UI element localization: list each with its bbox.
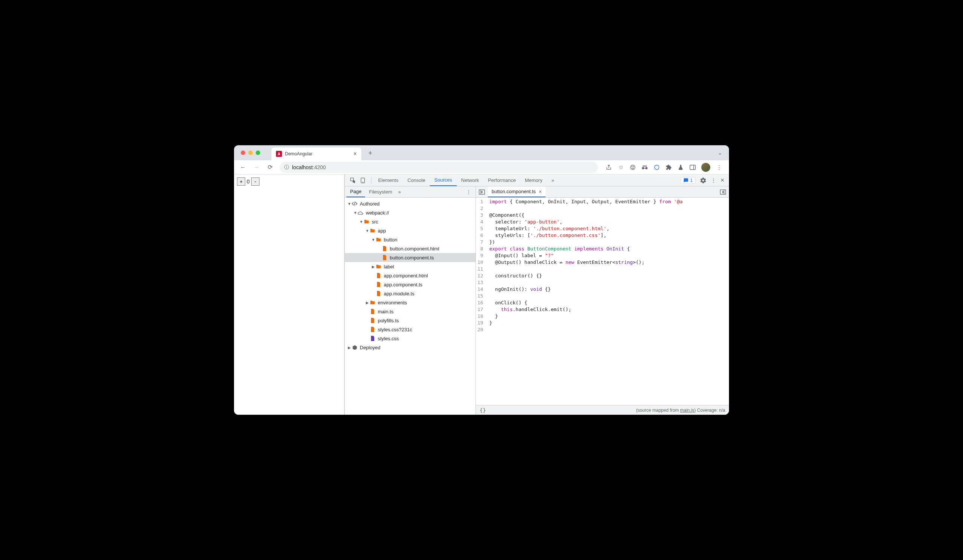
pretty-print-button[interactable]: {} bbox=[480, 407, 486, 413]
editor-tab-active[interactable]: button.component.ts × bbox=[488, 186, 546, 197]
file-icon bbox=[370, 309, 376, 314]
site-info-icon[interactable]: ⓘ bbox=[284, 164, 289, 171]
source-map-link[interactable]: main.js bbox=[680, 408, 694, 413]
tree-button-folder[interactable]: ▼button bbox=[345, 235, 475, 244]
nav-more-tabs[interactable]: » bbox=[398, 189, 401, 195]
nav-tab-filesystem[interactable]: Filesystem bbox=[365, 186, 396, 197]
file-icon bbox=[370, 327, 376, 332]
url-text: localhost:4200 bbox=[292, 164, 326, 170]
tree-app-html[interactable]: app.component.html bbox=[345, 271, 475, 280]
tree-app-ts[interactable]: app.component.ts bbox=[345, 280, 475, 289]
file-icon bbox=[381, 255, 387, 260]
browser-menu-button[interactable]: ⋮ bbox=[715, 164, 722, 171]
close-devtools-button[interactable]: ✕ bbox=[720, 177, 725, 183]
incognito-icon[interactable] bbox=[641, 164, 648, 171]
tab-network[interactable]: Network bbox=[457, 175, 484, 186]
code-editor[interactable]: 1234567891011121314151617181920 import {… bbox=[476, 197, 729, 405]
folder-icon bbox=[376, 264, 381, 269]
close-tab-button[interactable]: × bbox=[353, 151, 357, 157]
side-panel-icon[interactable] bbox=[689, 164, 696, 171]
tree-label-folder[interactable]: ▶label bbox=[345, 262, 475, 271]
window-controls bbox=[237, 151, 264, 155]
tab-memory[interactable]: Memory bbox=[520, 175, 547, 186]
decrement-button[interactable]: - bbox=[251, 177, 259, 186]
extension-3-icon[interactable] bbox=[653, 164, 660, 171]
browser-window: A DemoAngular × + ⌄ ← → ⟳ ⓘ localhost:42… bbox=[234, 145, 729, 415]
settings-icon[interactable] bbox=[700, 177, 707, 184]
toggle-debugger-button[interactable] bbox=[717, 189, 729, 195]
content-area: + 0 - Elements Console Sources Network P… bbox=[234, 175, 729, 415]
bookmark-icon[interactable]: ☆ bbox=[618, 164, 624, 171]
tabs-menu-button[interactable]: ⌄ bbox=[718, 150, 722, 156]
line-gutter: 1234567891011121314151617181920 bbox=[476, 197, 486, 405]
tab-bar: A DemoAngular × + ⌄ bbox=[234, 145, 729, 160]
close-window-button[interactable] bbox=[241, 151, 245, 155]
maximize-window-button[interactable] bbox=[256, 151, 260, 155]
tab-console[interactable]: Console bbox=[403, 175, 430, 186]
minimize-window-button[interactable] bbox=[248, 151, 253, 155]
tree-authored[interactable]: ▼Authored bbox=[345, 199, 475, 208]
folder-icon bbox=[370, 228, 376, 233]
svg-point-1 bbox=[632, 167, 632, 167]
tab-sources[interactable]: Sources bbox=[430, 175, 457, 186]
counter-widget: + 0 - bbox=[237, 177, 341, 186]
editor-tab-label: button.component.ts bbox=[491, 189, 536, 194]
svg-rect-7 bbox=[690, 165, 696, 170]
file-icon bbox=[381, 246, 387, 251]
folder-icon bbox=[363, 219, 370, 224]
svg-point-0 bbox=[631, 165, 635, 170]
more-tabs-button[interactable]: » bbox=[547, 175, 559, 186]
back-button[interactable]: ← bbox=[237, 161, 249, 173]
profile-avatar[interactable] bbox=[701, 163, 710, 172]
editor: button.component.ts × 123456789101112131… bbox=[476, 186, 729, 415]
deployed-icon bbox=[352, 345, 358, 350]
toolbar: ← → ⟳ ⓘ localhost:4200 ☆ ⋮ bbox=[234, 160, 729, 175]
editor-status-bar: {} (source mapped from main.js) Coverage… bbox=[476, 405, 729, 415]
inspect-element-icon[interactable] bbox=[350, 177, 356, 183]
sources-panel: Page Filesystem » ⋮ ▼Authored ▼webpack:/… bbox=[345, 186, 729, 415]
folder-icon bbox=[370, 300, 376, 305]
svg-rect-5 bbox=[644, 168, 646, 168]
address-bar[interactable]: ⓘ localhost:4200 bbox=[280, 162, 598, 173]
nav-tab-page[interactable]: Page bbox=[346, 186, 365, 197]
navigator-tabs: Page Filesystem » ⋮ bbox=[345, 186, 475, 197]
cloud-icon bbox=[358, 210, 363, 215]
status-text: (source mapped from main.js) Coverage: n… bbox=[636, 408, 725, 413]
tree-polyfills[interactable]: polyfills.ts bbox=[345, 316, 475, 325]
tree-app[interactable]: ▼app bbox=[345, 226, 475, 235]
tab-performance[interactable]: Performance bbox=[483, 175, 520, 186]
reload-button[interactable]: ⟳ bbox=[264, 161, 276, 173]
forward-button[interactable]: → bbox=[250, 161, 263, 173]
issues-button[interactable]: 1 bbox=[681, 177, 695, 184]
device-mode-icon[interactable] bbox=[360, 177, 366, 183]
tree-styles[interactable]: styles.css bbox=[345, 334, 475, 343]
file-icon bbox=[370, 336, 376, 341]
file-tree: ▼Authored ▼webpack:// ▼src ▼app ▼button … bbox=[345, 197, 475, 415]
extensions-icon[interactable] bbox=[665, 164, 672, 171]
tree-styles-q[interactable]: styles.css?231c bbox=[345, 325, 475, 334]
devtools: Elements Console Sources Network Perform… bbox=[344, 175, 729, 415]
code-icon bbox=[352, 201, 358, 206]
tree-button-ts[interactable]: button.component.ts bbox=[345, 253, 475, 262]
new-tab-button[interactable]: + bbox=[365, 148, 376, 159]
tab-elements[interactable]: Elements bbox=[374, 175, 403, 186]
tree-src[interactable]: ▼src bbox=[345, 217, 475, 226]
angular-favicon: A bbox=[276, 151, 282, 157]
share-icon[interactable] bbox=[605, 164, 612, 171]
tree-deployed[interactable]: ▶Deployed bbox=[345, 343, 475, 352]
increment-button[interactable]: + bbox=[237, 177, 245, 186]
toggle-navigator-button[interactable] bbox=[476, 189, 488, 195]
svg-point-6 bbox=[655, 165, 659, 170]
browser-tab[interactable]: A DemoAngular × bbox=[271, 147, 361, 160]
nav-menu-button[interactable]: ⋮ bbox=[463, 189, 474, 195]
tree-button-html[interactable]: button.component.html bbox=[345, 244, 475, 253]
close-editor-tab-button[interactable]: × bbox=[539, 189, 542, 195]
devtools-menu-button[interactable]: ⋮ bbox=[711, 177, 716, 183]
tree-webpack[interactable]: ▼webpack:// bbox=[345, 208, 475, 217]
tree-environments[interactable]: ▶environments bbox=[345, 298, 475, 307]
editor-tabs: button.component.ts × bbox=[476, 186, 729, 197]
labs-icon[interactable] bbox=[677, 164, 684, 171]
tree-app-module[interactable]: app.module.ts bbox=[345, 289, 475, 298]
tree-main-ts[interactable]: main.ts bbox=[345, 307, 475, 316]
extension-1-icon[interactable] bbox=[629, 164, 636, 171]
